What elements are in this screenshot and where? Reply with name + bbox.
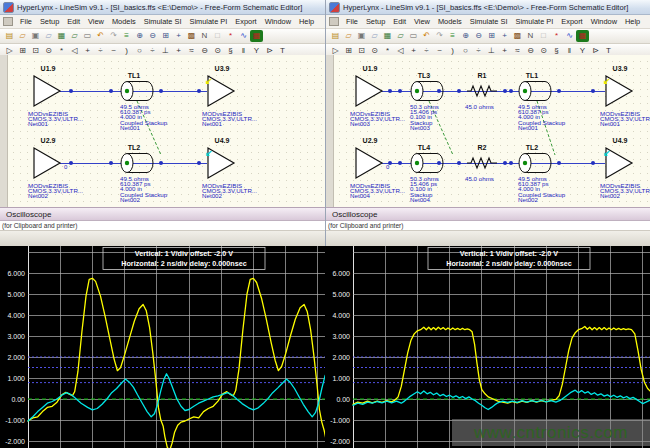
menu-export[interactable]: Export (231, 17, 260, 26)
pin-number: 0 (64, 164, 67, 170)
menu-help[interactable]: Help (621, 17, 644, 26)
board-image-icon[interactable]: ▩ (185, 30, 198, 42)
save-as-icon[interactable]: ▱ (68, 30, 81, 42)
menu-window[interactable]: Window (261, 17, 295, 26)
component-ref[interactable]: U4.9 (605, 137, 635, 144)
undo-icon[interactable]: ↶ (94, 30, 107, 42)
board-viewer-icon[interactable]: ▦ (250, 30, 263, 42)
open-file-icon[interactable]: ▱ (16, 30, 29, 42)
menu-simulate-pi[interactable]: Simulate PI (512, 17, 558, 26)
open-file-icon[interactable]: ▱ (342, 30, 355, 42)
stackup-editor-icon[interactable]: ≡ (446, 30, 459, 42)
driver-symbol[interactable] (33, 147, 61, 179)
menu-models[interactable]: Models (108, 17, 140, 26)
y-tick-label: 6.000 (332, 270, 350, 277)
wizard-icon[interactable]: * (224, 30, 237, 42)
transmission-line-symbol[interactable] (409, 152, 445, 174)
pan-icon[interactable]: + (172, 30, 185, 42)
menu-file[interactable]: File (16, 17, 36, 26)
menu-simulate-pi[interactable]: Simulate PI (186, 17, 232, 26)
menu-view[interactable]: View (84, 17, 108, 26)
schematic-canvas[interactable]: U1.9MODvsEZIBISCMOS,3.3V,ULTR...Net003TL… (326, 55, 650, 207)
component-ref[interactable]: TL2 (517, 144, 547, 151)
title-bar[interactable]: HyperLynx - LineSim v9.1 - [SI_basics.ff… (0, 0, 325, 15)
undo-icon[interactable]: ↶ (420, 30, 433, 42)
component-ref[interactable]: U4.9 (207, 137, 237, 144)
junction-dot[interactable] (109, 161, 113, 165)
menu-edit[interactable]: Edit (389, 17, 410, 26)
title-bar[interactable]: HyperLynx - LineSim v9.1 - [SI_basics.ff… (326, 0, 650, 15)
pan-icon[interactable]: + (498, 30, 511, 42)
zoom-in-icon[interactable]: ⊕ (459, 30, 472, 42)
board-image-icon[interactable]: ▩ (511, 30, 524, 42)
print-icon[interactable]: ▭ (81, 30, 94, 42)
junction-dot[interactable] (398, 161, 402, 165)
close-file-icon[interactable]: ▱ (42, 30, 55, 42)
export-image-icon[interactable]: ▣ (29, 30, 42, 42)
wizard-icon[interactable]: * (550, 30, 563, 42)
menu-view[interactable]: View (410, 17, 434, 26)
new-sheet-icon[interactable]: □ (211, 30, 224, 42)
resistor-symbol[interactable] (467, 156, 497, 170)
scope-probe-arrow[interactable]: ↙ (205, 149, 213, 158)
component-ref[interactable]: R2 (467, 144, 497, 151)
zoom-area-icon[interactable]: ⊞ (485, 30, 498, 42)
driver-symbol[interactable] (355, 147, 383, 179)
oscilloscope-title-bar[interactable]: Oscilloscope (326, 207, 650, 221)
export-image-icon[interactable]: ▣ (355, 30, 368, 42)
menu-simulate-si[interactable]: Simulate SI (466, 17, 512, 26)
board-viewer-icon[interactable]: ▦ (576, 30, 589, 42)
tline-properties: 49.5 ohms610.387 ps4.000 inCoupled Stack… (518, 176, 565, 202)
component-ref[interactable]: TL2 (119, 144, 149, 151)
junction-dot[interactable] (557, 161, 561, 165)
y-tick-label: -1.000 (330, 417, 350, 424)
junction-dot[interactable] (69, 161, 73, 165)
netlist-icon[interactable]: N (198, 30, 211, 42)
new-file-icon[interactable]: ▤ (3, 30, 16, 42)
close-file-icon[interactable]: ▱ (368, 30, 381, 42)
junction-dot[interactable] (503, 161, 507, 165)
attach-oscilloscope-icon[interactable]: ∿ (237, 30, 250, 42)
menu-setup[interactable]: Setup (36, 17, 63, 26)
menu-help[interactable]: Help (295, 17, 318, 26)
menu-export[interactable]: Export (557, 17, 586, 26)
zoom-out-icon[interactable]: ⊖ (472, 30, 485, 42)
zoom-area-icon[interactable]: ⊞ (159, 30, 172, 42)
zoom-in-icon[interactable]: ⊕ (133, 30, 146, 42)
scope-probe-arrow[interactable]: ↙ (603, 149, 611, 158)
stackup-editor-icon[interactable]: ≡ (120, 30, 133, 42)
save-file-icon[interactable]: ▦ (55, 30, 68, 42)
redo-icon[interactable]: ↷ (433, 30, 446, 42)
attach-oscilloscope-icon[interactable]: ∿ (563, 30, 576, 42)
redo-icon[interactable]: ↷ (107, 30, 120, 42)
menu-setup[interactable]: Setup (362, 17, 389, 26)
menu-simulate-si[interactable]: Simulate SI (140, 17, 186, 26)
scope-header-line: Horizontal: 2 ns/div delay: 0.000nsec (121, 259, 246, 268)
menu-file[interactable]: File (342, 17, 362, 26)
junction-dot[interactable] (197, 161, 201, 165)
transmission-line-symbol[interactable] (119, 152, 155, 174)
junction-dot[interactable] (509, 161, 513, 165)
zoom-out-icon[interactable]: ⊖ (146, 30, 159, 42)
schematic-canvas[interactable]: U1.9MODvsEZIBISCMOS,3.3V,ULTR...Net001TL… (0, 55, 325, 207)
netlist-icon[interactable]: N (524, 30, 537, 42)
save-file-icon[interactable]: ▦ (381, 30, 394, 42)
menu-models[interactable]: Models (434, 17, 466, 26)
junction-dot[interactable] (457, 161, 461, 165)
new-file-icon[interactable]: ▤ (329, 30, 342, 42)
menu-window[interactable]: Window (587, 17, 621, 26)
component-ref[interactable]: TL4 (409, 144, 439, 151)
trace-net001-probe-yellow (28, 278, 325, 448)
junction-dot[interactable] (159, 161, 163, 165)
print-icon[interactable]: ▭ (407, 30, 420, 42)
new-sheet-icon[interactable]: □ (537, 30, 550, 42)
transmission-line-symbol[interactable] (517, 152, 553, 174)
oscilloscope-title-bar[interactable]: Oscilloscope (0, 207, 325, 221)
component-ref[interactable]: U2.9 (33, 137, 63, 144)
save-as-icon[interactable]: ▱ (394, 30, 407, 42)
oscilloscope-status: (for Clipboard and printer) (326, 221, 650, 231)
junction-dot[interactable] (591, 161, 595, 165)
component-ref[interactable]: U2.9 (355, 137, 385, 144)
watermark-text: www.cntronics.com (474, 423, 628, 443)
menu-edit[interactable]: Edit (63, 17, 84, 26)
